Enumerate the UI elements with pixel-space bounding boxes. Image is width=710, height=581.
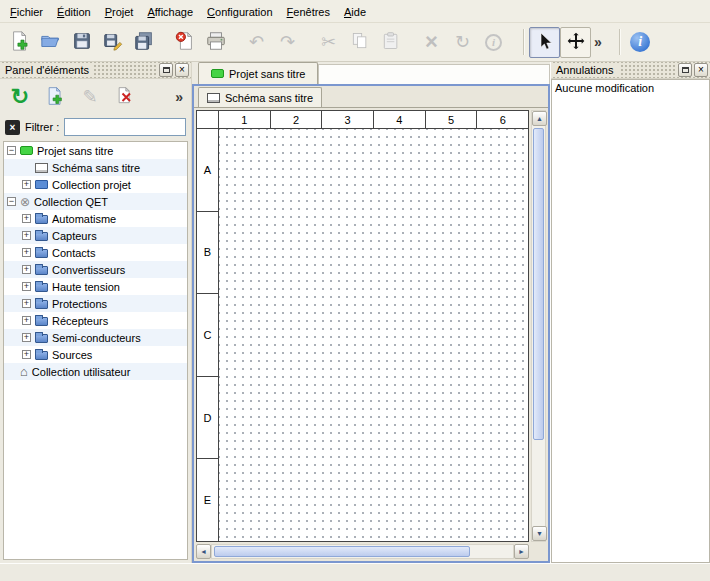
expand-icon[interactable]: + <box>22 299 31 308</box>
scroll-left-button[interactable]: ◄ <box>196 544 211 559</box>
expand-icon[interactable]: + <box>22 231 31 240</box>
expand-icon[interactable]: + <box>22 180 31 189</box>
edit-element-button[interactable]: ✎ <box>75 82 105 112</box>
expand-icon[interactable]: + <box>22 214 31 223</box>
schema-tabbar: Schéma sans titre <box>194 86 548 108</box>
vertical-scroll-track[interactable] <box>532 126 545 526</box>
scrollbar-corner <box>529 544 546 559</box>
column-header: 3 <box>322 111 374 129</box>
column-header: 4 <box>374 111 426 129</box>
undo-list[interactable]: Aucune modification <box>551 79 710 563</box>
move-mode-button[interactable] <box>560 27 591 58</box>
expand-icon[interactable]: + <box>22 316 31 325</box>
tree-item[interactable]: +Automatisme <box>4 210 187 227</box>
redo-button[interactable]: ↷ <box>272 27 303 58</box>
menu-item-projet[interactable]: Projet <box>98 2 141 21</box>
open-document-button[interactable] <box>35 27 66 58</box>
project-tabbar: Projet sans titre <box>192 62 550 84</box>
vertical-scroll-thumb[interactable] <box>533 128 544 440</box>
tree-item[interactable]: −Projet sans titre <box>4 142 187 159</box>
elements-toolbar-overflow-chevron[interactable]: » <box>172 89 186 105</box>
tree-item-label: Récepteurs <box>52 315 108 327</box>
folder-icon <box>35 232 48 241</box>
menu-item-affichage[interactable]: Affichage <box>140 2 200 21</box>
collapse-icon[interactable]: − <box>7 146 16 155</box>
clear-filter-icon[interactable]: × <box>5 120 20 135</box>
qet-icon: ⊗ <box>20 196 30 208</box>
about-button[interactable]: i <box>625 27 656 58</box>
tree-item-label: Contacts <box>52 247 95 259</box>
tree-item[interactable]: +Protections <box>4 295 187 312</box>
rotate-icon: ↻ <box>455 33 470 51</box>
redo-icon: ↷ <box>280 33 295 51</box>
undo-dock-float-button[interactable] <box>678 63 692 77</box>
horizontal-scroll-track[interactable] <box>211 544 514 559</box>
tree-item[interactable]: +Convertisseurs <box>4 261 187 278</box>
tree-item[interactable]: −⊗Collection QET <box>4 193 187 210</box>
cursor-arrow-icon <box>535 31 555 53</box>
scroll-up-button[interactable]: ▲ <box>532 111 547 126</box>
schema-view: 123456 ABCDE ▲ ▼ ◄ <box>194 108 548 561</box>
print-button[interactable] <box>200 27 231 58</box>
horizontal-scroll-thumb[interactable] <box>214 546 470 557</box>
undo-dock-close-button[interactable]: × <box>694 63 708 77</box>
menu-item-fichier[interactable]: Fichier <box>3 2 50 21</box>
filter-input[interactable] <box>64 118 186 136</box>
filter-row: × Filtrer : <box>0 115 191 139</box>
tree-item[interactable]: +Récepteurs <box>4 312 187 329</box>
open-folder-icon <box>40 30 62 54</box>
delete-button[interactable]: × <box>416 27 447 58</box>
copy-button[interactable] <box>344 27 375 58</box>
tree-item[interactable]: Schéma sans titre <box>4 159 187 176</box>
save-button[interactable] <box>66 27 97 58</box>
tree-item[interactable]: +Sources <box>4 346 187 363</box>
toolbar-overflow-chevron[interactable]: » <box>591 34 605 50</box>
reload-collections-button[interactable]: ↻ <box>5 82 35 112</box>
schema-grid-frame: 123456 ABCDE <box>196 110 529 542</box>
paste-button[interactable] <box>375 27 406 58</box>
save-all-button[interactable] <box>128 27 159 58</box>
schema-canvas[interactable] <box>219 129 528 541</box>
cut-button[interactable]: ✂ <box>313 27 344 58</box>
delete-element-button[interactable] <box>110 82 140 112</box>
scroll-right-button[interactable]: ► <box>514 544 529 559</box>
menu-bar: FichierÉditionProjetAffichageConfigurati… <box>0 0 710 23</box>
tree-item[interactable]: +Collection projet <box>4 176 187 193</box>
menu-item-edition[interactable]: Édition <box>50 2 98 21</box>
horizontal-scrollbar[interactable]: ◄ ► <box>196 544 546 559</box>
undo-button[interactable]: ↶ <box>241 27 272 58</box>
tree-item[interactable]: +Capteurs <box>4 227 187 244</box>
elements-panel-float-button[interactable] <box>159 63 173 77</box>
close-document-button[interactable] <box>169 27 200 58</box>
elements-panel-titlebar[interactable]: Panel d'éléments × <box>0 62 191 79</box>
collapse-icon[interactable]: − <box>7 197 16 206</box>
folder-icon <box>35 266 48 275</box>
tree-item[interactable]: +Contacts <box>4 244 187 261</box>
new-document-button[interactable] <box>4 27 35 58</box>
new-element-button[interactable] <box>40 82 70 112</box>
tab-project[interactable]: Projet sans titre <box>198 62 318 84</box>
expand-icon[interactable]: + <box>22 265 31 274</box>
menu-item-aide[interactable]: Aide <box>337 2 373 21</box>
elements-panel-close-button[interactable]: × <box>175 63 189 77</box>
menu-item-fenetres[interactable]: Fenêtres <box>280 2 337 21</box>
rotate-button[interactable]: ↻ <box>447 27 478 58</box>
tab-schema[interactable]: Schéma sans titre <box>198 87 322 107</box>
undo-dock-titlebar[interactable]: Annulations × <box>551 62 710 79</box>
expand-icon[interactable]: + <box>22 248 31 257</box>
expand-icon[interactable]: + <box>22 333 31 342</box>
tree-item[interactable]: ⌂Collection utilisateur <box>4 363 187 380</box>
elements-panel-title: Panel d'éléments <box>0 64 94 76</box>
menu-item-configuration[interactable]: Configuration <box>200 2 279 21</box>
select-mode-button[interactable] <box>529 27 560 58</box>
save-as-button[interactable] <box>97 27 128 58</box>
folder-icon <box>35 334 48 343</box>
scroll-down-button[interactable]: ▼ <box>532 526 547 541</box>
element-info-button[interactable]: i <box>478 27 509 58</box>
close-document-icon <box>174 30 196 54</box>
tree-item[interactable]: +Haute tension <box>4 278 187 295</box>
vertical-scrollbar[interactable]: ▲ ▼ <box>531 110 546 542</box>
tree-item[interactable]: +Semi-conducteurs <box>4 329 187 346</box>
expand-icon[interactable]: + <box>22 282 31 291</box>
expand-icon[interactable]: + <box>22 350 31 359</box>
